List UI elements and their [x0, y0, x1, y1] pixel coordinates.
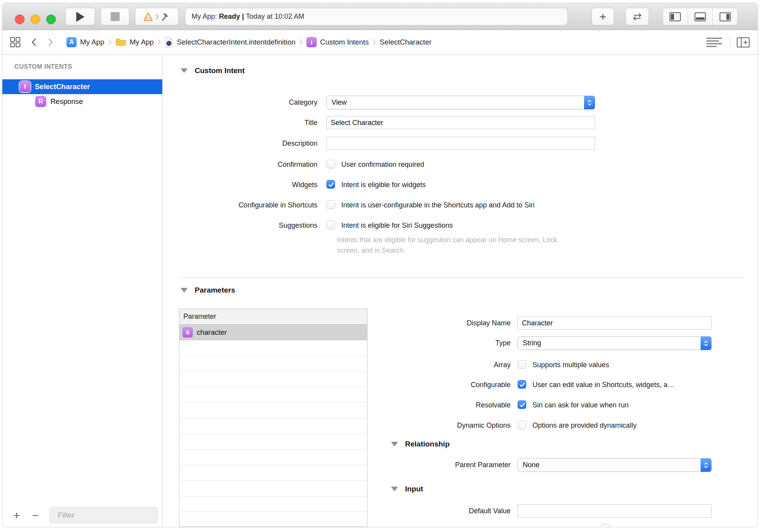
- custom-intent-section-header: Custom Intent: [181, 66, 245, 75]
- parameter-row-character[interactable]: S character: [179, 325, 367, 340]
- breadcrumb-select-character[interactable]: SelectCharacter: [380, 38, 432, 46]
- play-icon: [76, 12, 84, 22]
- array-checkbox[interactable]: [518, 360, 526, 369]
- app-project-icon: A: [66, 37, 77, 47]
- remove-intent-button[interactable]: −: [32, 508, 39, 523]
- breadcrumb-file[interactable]: SelectCharacterIntent.intentdefinition: [165, 37, 295, 48]
- disclosure-triangle-icon[interactable]: [181, 288, 188, 293]
- sidebar-item-select-character[interactable]: I SelectCharacter: [2, 79, 162, 94]
- display-name-input[interactable]: [518, 316, 712, 330]
- resolvable-label: Resolvable: [382, 400, 511, 410]
- scheme-selector[interactable]: [135, 8, 179, 25]
- widgets-label: Widgets: [177, 180, 317, 189]
- stepper-icon: [701, 336, 712, 350]
- suggestions-help-text: Intents that are eligible for suggestion…: [337, 235, 577, 256]
- breadcrumb-separator-icon: [372, 39, 376, 46]
- sidebar-item-label: Response: [50, 97, 83, 106]
- breadcrumb-label: My App: [130, 38, 154, 46]
- category-value: View: [332, 96, 347, 109]
- breadcrumb-group[interactable]: My App: [115, 38, 154, 46]
- right-panel-icon: [719, 12, 731, 21]
- disclosure-triangle-icon[interactable]: [391, 442, 398, 446]
- filter-field[interactable]: [49, 507, 158, 523]
- related-items-button[interactable]: [10, 30, 21, 54]
- compare-arrows-icon: [631, 12, 643, 21]
- toolbar: My App: Ready | Today at 10:02 AM +: [2, 3, 758, 30]
- code-review-button[interactable]: [626, 8, 649, 25]
- library-add-button[interactable]: +: [592, 8, 614, 25]
- dynamic-options-checkbox[interactable]: [518, 421, 526, 429]
- suggestions-checkbox[interactable]: [326, 221, 335, 229]
- divider: [730, 36, 731, 48]
- category-label: Category: [177, 96, 317, 109]
- confirmation-text: User confirmation required: [341, 160, 424, 169]
- folder-icon: [115, 38, 126, 46]
- resolvable-checkbox[interactable]: [518, 400, 526, 409]
- zoom-window-button[interactable]: [46, 14, 56, 24]
- breadcrumb-separator-icon: [157, 39, 161, 46]
- add-intent-button[interactable]: +: [13, 508, 20, 523]
- stop-button[interactable]: [100, 8, 129, 25]
- stepper-icon: [701, 458, 712, 472]
- widgets-checkbox[interactable]: [326, 180, 335, 189]
- toggle-debug-area-button[interactable]: [688, 8, 713, 25]
- sidebar-item-label: SelectCharacter: [35, 82, 90, 91]
- category-popup[interactable]: View: [326, 96, 595, 109]
- description-input[interactable]: [326, 137, 595, 150]
- breadcrumb-project[interactable]: A My App: [66, 37, 104, 47]
- status-project: My App:: [192, 12, 219, 21]
- sidebar-section-header: CUSTOM INTENTS: [14, 63, 72, 70]
- parameters-table-header: Parameter: [179, 309, 367, 325]
- run-button[interactable]: [65, 8, 95, 25]
- default-value-label: Default Value: [382, 504, 511, 518]
- type-value: String: [523, 337, 541, 350]
- resolvable-text: Siri can ask for value when run: [532, 400, 629, 410]
- disclosure-triangle-icon[interactable]: [391, 487, 398, 491]
- configurable-text: User can edit value in Shortcuts, widget…: [532, 380, 674, 389]
- array-label: Array: [382, 360, 511, 370]
- parameters-section-header: Parameters: [181, 286, 235, 295]
- xcode-window: My App: Ready | Today at 10:02 AM +: [0, 0, 760, 532]
- intent-editor: Custom Intent Category View Title Descri…: [163, 55, 758, 527]
- confirmation-label: Confirmation: [177, 160, 317, 169]
- parent-parameter-value: None: [523, 459, 540, 471]
- response-badge-icon: R: [35, 96, 46, 107]
- dynamic-options-text: Options are provided dynamically: [532, 421, 636, 430]
- add-editor-button[interactable]: [737, 30, 750, 54]
- editor-options-button[interactable]: [706, 30, 724, 54]
- default-value-input[interactable]: [518, 504, 712, 518]
- confirmation-checkbox[interactable]: [326, 160, 335, 168]
- parameters-table: Parameter S character: [179, 309, 367, 527]
- toggle-navigator-button[interactable]: [663, 8, 688, 25]
- disclosure-triangle-icon[interactable]: [181, 68, 188, 73]
- parent-parameter-popup[interactable]: None: [518, 458, 712, 472]
- toggle-inspector-button[interactable]: [712, 8, 737, 25]
- parent-parameter-label: Parent Parameter: [382, 458, 511, 472]
- jump-bar: A My App My App SelectCharacterI: [2, 30, 758, 55]
- hammer-icon: [161, 12, 171, 22]
- relationship-section-header: Relationship: [391, 440, 450, 448]
- section-title: Relationship: [405, 440, 450, 448]
- clipped-checkbox: [601, 524, 609, 527]
- go-forward-button[interactable]: [48, 30, 53, 54]
- window-frame: My App: Ready | Today at 10:02 AM +: [2, 3, 758, 527]
- shortcuts-checkbox[interactable]: [326, 200, 335, 209]
- configurable-checkbox[interactable]: [518, 380, 526, 389]
- filter-input[interactable]: [57, 511, 154, 520]
- type-popup[interactable]: String: [518, 336, 712, 350]
- stepper-icon: [584, 96, 595, 109]
- title-input[interactable]: [326, 116, 595, 129]
- section-title: Custom Intent: [195, 66, 245, 75]
- suggestions-text: Intent is eligible for Siri Suggestions: [341, 221, 453, 230]
- sidebar-item-response[interactable]: R Response: [2, 94, 162, 109]
- chevron-right-icon: [48, 38, 53, 46]
- section-title: Input: [405, 485, 423, 493]
- chevron-right-icon: [155, 14, 159, 20]
- description-label: Description: [177, 137, 317, 150]
- go-back-button[interactable]: [31, 30, 37, 54]
- section-title: Parameters: [195, 286, 235, 295]
- close-window-button[interactable]: [15, 14, 25, 24]
- dynamic-options-label: Dynamic Options: [382, 421, 511, 430]
- breadcrumb-custom-intents[interactable]: I Custom Intents: [307, 37, 369, 47]
- minimize-window-button[interactable]: [30, 14, 40, 24]
